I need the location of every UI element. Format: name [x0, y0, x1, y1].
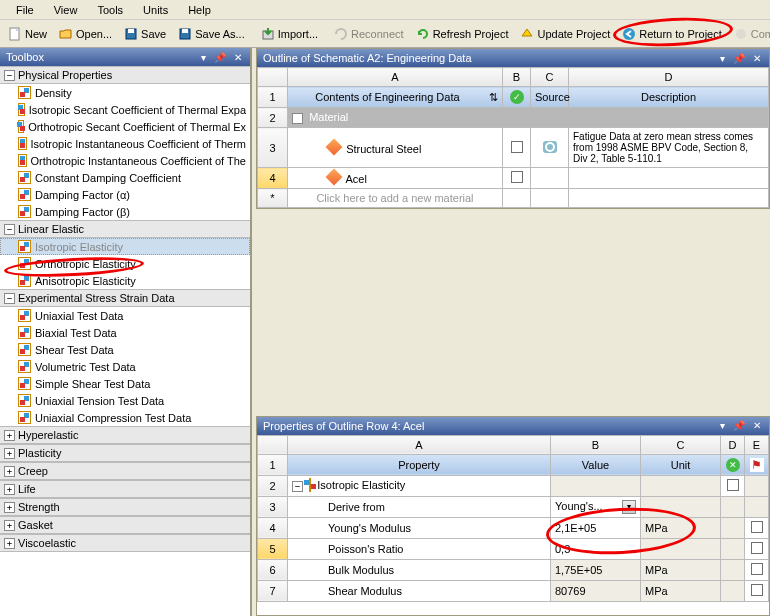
update-button[interactable]: Update Project: [514, 24, 616, 44]
outline-title: Outline of Schematic A2: Engineering Dat…: [263, 52, 472, 64]
tree-item[interactable]: Isotropic Secant Coefficient of Thermal …: [0, 101, 250, 118]
new-button[interactable]: New: [2, 24, 53, 44]
tree-category[interactable]: + Life: [0, 480, 250, 498]
close-icon[interactable]: ✕: [751, 53, 763, 64]
tree-item[interactable]: Orthotropic Secant Coefficient of Therma…: [0, 118, 250, 135]
toolbox-title-bar: Toolbox ▾📌✕: [0, 48, 250, 66]
property-icon: [18, 309, 31, 322]
dropdown-icon[interactable]: ▾: [622, 500, 636, 514]
ok-icon: ✕: [726, 458, 740, 472]
return-button[interactable]: Return to Project: [616, 24, 728, 44]
checkbox[interactable]: [751, 563, 763, 575]
checkbox[interactable]: [751, 584, 763, 596]
expand-icon[interactable]: +: [4, 466, 15, 477]
refresh-button[interactable]: Refresh Project: [410, 24, 515, 44]
tree-category[interactable]: + Viscoelastic: [0, 534, 250, 552]
tree-item[interactable]: Biaxial Test Data: [0, 324, 250, 341]
tree-item[interactable]: Uniaxial Compression Test Data: [0, 409, 250, 426]
menu-units[interactable]: Units: [133, 2, 178, 18]
open-button[interactable]: Open...: [53, 24, 118, 44]
expand-icon[interactable]: +: [4, 484, 15, 495]
material-header: Material: [309, 111, 348, 123]
pin-icon[interactable]: 📌: [731, 53, 747, 64]
property-icon: [18, 120, 24, 133]
property-icon: [18, 205, 31, 218]
close-icon[interactable]: ✕: [751, 420, 763, 431]
expand-icon[interactable]: +: [4, 520, 15, 531]
source-link-icon[interactable]: [543, 141, 557, 153]
tree-item[interactable]: Anisotropic Elasticity: [0, 272, 250, 289]
checkbox[interactable]: [511, 171, 523, 183]
property-icon: [18, 274, 31, 287]
add-material-row[interactable]: * Click here to add a new material: [258, 189, 769, 208]
pin-icon[interactable]: 📌: [731, 420, 747, 431]
tree-category[interactable]: + Hyperelastic: [0, 426, 250, 444]
property-row[interactable]: 4Young's Modulus2,1E+05MPa: [258, 517, 769, 538]
property-row[interactable]: 5Poisson's Ratio0,3: [258, 538, 769, 559]
property-icon: [18, 86, 31, 99]
expand-icon[interactable]: +: [4, 538, 15, 549]
dropdown-icon[interactable]: ▾: [718, 53, 727, 64]
tree-item[interactable]: Damping Factor (β): [0, 203, 250, 220]
property-icon: [18, 343, 31, 356]
menu-file[interactable]: File: [6, 2, 44, 18]
tree-category[interactable]: − Linear Elastic: [0, 220, 250, 238]
expand-icon[interactable]: +: [4, 502, 15, 513]
tree-item[interactable]: Isotropic Instantaneous Coefficient of T…: [0, 135, 250, 152]
tree-item[interactable]: Isotropic Elasticity: [0, 238, 250, 255]
tree-category[interactable]: + Creep: [0, 462, 250, 480]
saveas-button[interactable]: Save As...: [172, 24, 251, 44]
tree-category[interactable]: − Experimental Stress Strain Data: [0, 289, 250, 307]
collapse-icon[interactable]: −: [292, 481, 303, 492]
tree-item[interactable]: Density: [0, 84, 250, 101]
tree-item[interactable]: Orthotropic Instantaneous Coefficient of…: [0, 152, 250, 169]
tree-item[interactable]: Shear Test Data: [0, 341, 250, 358]
property-icon: [18, 137, 27, 150]
dropdown-icon[interactable]: ▾: [199, 52, 208, 63]
tree-item[interactable]: Volumetric Test Data: [0, 358, 250, 375]
collapse-icon[interactable]: −: [4, 70, 15, 81]
table-row[interactable]: 3 Structural Steel Fatigue Data at zero …: [258, 128, 769, 168]
save-button[interactable]: Save: [118, 24, 172, 44]
tree-item[interactable]: Damping Factor (α): [0, 186, 250, 203]
menu-tools[interactable]: Tools: [87, 2, 133, 18]
property-icon: [18, 411, 31, 424]
pin-icon[interactable]: 📌: [212, 52, 228, 63]
toolbox-tree[interactable]: − Physical Properties Density Isotropic …: [0, 66, 250, 616]
expand-icon[interactable]: +: [4, 448, 15, 459]
toolbar: New Open... Save Save As... Import... Re…: [0, 20, 770, 48]
props-title-bar: Properties of Outline Row 4: Acel ▾📌✕: [257, 417, 769, 435]
property-row[interactable]: 2− Isotropic Elasticity: [258, 475, 769, 496]
property-row[interactable]: 6Bulk Modulus1,75E+05MPa: [258, 559, 769, 580]
collapse-icon[interactable]: −: [292, 113, 303, 124]
menu-help[interactable]: Help: [178, 2, 221, 18]
tree-category[interactable]: − Physical Properties: [0, 66, 250, 84]
property-icon: [18, 188, 31, 201]
tree-item[interactable]: Uniaxial Test Data: [0, 307, 250, 324]
table-row[interactable]: 4 Acel: [258, 168, 769, 189]
collapse-icon[interactable]: −: [4, 293, 15, 304]
tree-category[interactable]: + Plasticity: [0, 444, 250, 462]
tree-category[interactable]: + Gasket: [0, 516, 250, 534]
import-button[interactable]: Import...: [255, 24, 324, 44]
checkbox[interactable]: [751, 521, 763, 533]
svg-point-6: [623, 28, 635, 40]
property-row[interactable]: 7Shear Modulus80769MPa: [258, 580, 769, 601]
outline-grid[interactable]: A B C D 1 Contents of Engineering Data ⇅…: [257, 67, 769, 208]
properties-grid[interactable]: A B C D E 1 Property Value Unit ✕ ⚑ 2: [257, 435, 769, 602]
checkbox[interactable]: [751, 542, 763, 554]
checkbox[interactable]: [727, 479, 739, 491]
tree-item[interactable]: Uniaxial Tension Test Data: [0, 392, 250, 409]
close-icon[interactable]: ✕: [232, 52, 244, 63]
tree-category[interactable]: + Strength: [0, 498, 250, 516]
property-icon: [18, 154, 27, 167]
menu-view[interactable]: View: [44, 2, 88, 18]
collapse-icon[interactable]: −: [4, 224, 15, 235]
tree-item[interactable]: Constant Damping Coefficient: [0, 169, 250, 186]
expand-icon[interactable]: +: [4, 430, 15, 441]
tree-item[interactable]: Simple Shear Test Data: [0, 375, 250, 392]
checkbox[interactable]: [511, 141, 523, 153]
tree-item[interactable]: Orthotropic Elasticity: [0, 255, 250, 272]
property-row[interactable]: 3Derive fromYoung's... ▾: [258, 496, 769, 517]
dropdown-icon[interactable]: ▾: [718, 420, 727, 431]
